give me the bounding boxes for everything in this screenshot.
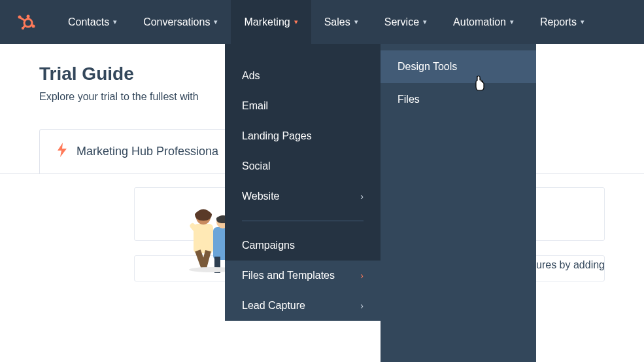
chevron-down-icon: ▾ xyxy=(294,18,298,26)
sprocket-icon xyxy=(17,13,35,31)
nav-conversations[interactable]: Conversations ▾ xyxy=(130,0,231,44)
svg-line-5 xyxy=(31,25,33,26)
chevron-right-icon: › xyxy=(360,270,364,281)
chevron-down-icon: ▾ xyxy=(581,18,585,26)
chevron-right-icon: › xyxy=(360,300,364,311)
nav-sales[interactable]: Sales ▾ xyxy=(311,0,371,44)
dropdown-label: Lead Capture xyxy=(242,300,305,312)
tab-marketing-hub[interactable]: Marketing Hub Professiona xyxy=(39,129,235,173)
dropdown-item-website[interactable]: Website › xyxy=(225,181,381,211)
dropdown-item-files-and-templates[interactable]: Files and Templates › xyxy=(225,261,381,291)
chevron-down-icon: ▾ xyxy=(510,18,514,26)
nav-label: Automation xyxy=(453,16,506,28)
nav-label: Service xyxy=(384,16,419,28)
nav-contacts[interactable]: Contacts ▾ xyxy=(55,0,130,44)
dropdown-label: Files and Templates xyxy=(242,270,335,281)
bolt-icon xyxy=(56,143,69,160)
dropdown-label: Ads xyxy=(242,70,260,82)
nav-label: Contacts xyxy=(68,16,109,28)
files-and-templates-submenu: Design Tools Files xyxy=(381,44,536,362)
dropdown-label: Social xyxy=(242,160,271,172)
tab-label: Marketing Hub Professiona xyxy=(76,145,218,158)
svg-line-8 xyxy=(20,18,25,21)
submenu-item-files[interactable]: Files xyxy=(381,83,536,116)
nav-label: Conversations xyxy=(143,16,210,28)
dropdown-item-campaigns[interactable]: Campaigns xyxy=(225,230,381,261)
submenu-item-design-tools[interactable]: Design Tools xyxy=(381,50,536,83)
dropdown-label: Campaigns xyxy=(242,240,295,251)
top-navigation: Contacts ▾ Conversations ▾ Marketing ▾ S… xyxy=(0,0,644,44)
hubspot-logo[interactable] xyxy=(16,12,37,33)
nav-label: Reports xyxy=(540,16,577,28)
dropdown-divider xyxy=(242,221,364,221)
dropdown-item-ads[interactable]: Ads xyxy=(225,61,381,91)
submenu-label: Files xyxy=(398,94,420,105)
nav-automation[interactable]: Automation ▾ xyxy=(440,0,527,44)
nav-label: Marketing xyxy=(244,16,290,28)
dropdown-item-lead-capture[interactable]: Lead Capture › xyxy=(225,291,381,321)
dropdown-label: Landing Pages xyxy=(242,130,312,142)
chevron-down-icon: ▾ xyxy=(214,18,218,26)
chevron-right-icon: › xyxy=(360,191,364,202)
dropdown-item-email[interactable]: Email xyxy=(225,91,381,121)
dropdown-label: Email xyxy=(242,100,268,112)
chevron-down-icon: ▾ xyxy=(423,18,427,26)
dropdown-label: Website xyxy=(242,190,280,202)
submenu-label: Design Tools xyxy=(398,61,457,73)
nav-label: Sales xyxy=(324,16,350,28)
nav-reports[interactable]: Reports ▾ xyxy=(527,0,598,44)
nav-service[interactable]: Service ▾ xyxy=(371,0,440,44)
dropdown-item-landing-pages[interactable]: Landing Pages xyxy=(225,121,381,151)
nav-marketing[interactable]: Marketing ▾ xyxy=(231,0,311,44)
chevron-down-icon: ▾ xyxy=(113,18,117,26)
dropdown-item-social[interactable]: Social xyxy=(225,151,381,181)
chevron-down-icon: ▾ xyxy=(354,18,358,26)
marketing-dropdown: Ads Email Landing Pages Social Website ›… xyxy=(225,44,381,321)
svg-line-6 xyxy=(24,26,25,27)
